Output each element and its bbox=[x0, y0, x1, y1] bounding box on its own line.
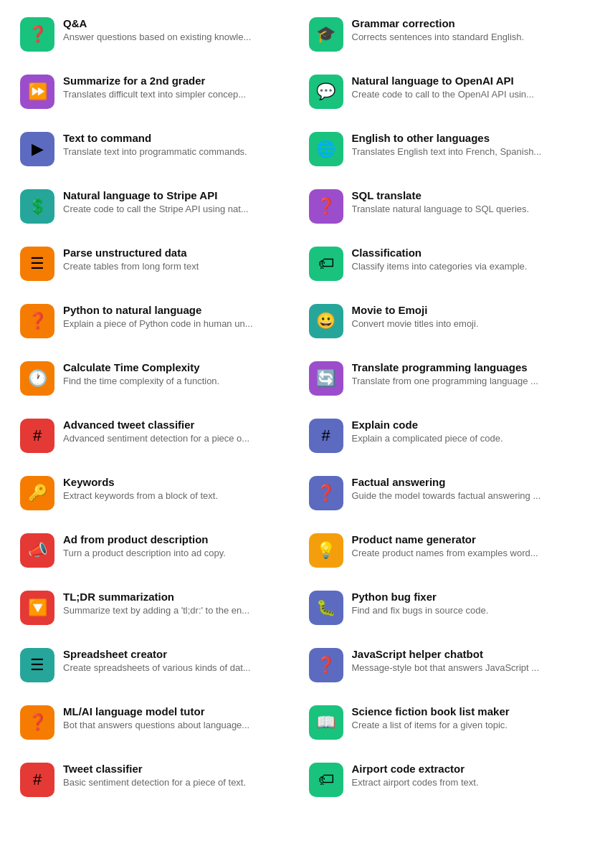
icon-python-bug: 🐛 bbox=[309, 591, 343, 625]
icon-nl-openai: 💬 bbox=[309, 75, 343, 109]
title-nl-openai: Natural language to OpenAI API bbox=[352, 75, 581, 87]
card-tweet-classifier[interactable]: #Tweet classifierBasic sentiment detecti… bbox=[11, 751, 300, 809]
desc-explain-code: Explain a complicated piece of code. bbox=[352, 433, 581, 444]
icon-grammar: 🎓 bbox=[309, 17, 343, 52]
card-tldr[interactable]: 🔽TL;DR summarizationSummarize text by ad… bbox=[11, 579, 300, 636]
card-grid: ❓Q&AAnswer questions based on existing k… bbox=[0, 0, 600, 814]
desc-summarize-2nd: Translates difficult text into simpler c… bbox=[63, 89, 292, 100]
icon-summarize-2nd: ⏩ bbox=[20, 75, 54, 109]
card-ad-product[interactable]: 📣Ad from product descriptionTurn a produ… bbox=[11, 522, 300, 579]
title-js-chatbot: JavaScript helper chatbot bbox=[352, 648, 581, 660]
title-python-bug: Python bug fixer bbox=[352, 591, 581, 603]
icon-ml-tutor: ❓ bbox=[20, 705, 54, 740]
desc-sci-fi: Create a list of items for a given topic… bbox=[352, 720, 581, 730]
title-english-other: English to other languages bbox=[352, 132, 581, 144]
card-movie-emoji[interactable]: 😀Movie to EmojiConvert movie titles into… bbox=[300, 292, 589, 350]
icon-js-chatbot: ❓ bbox=[309, 648, 343, 682]
icon-advanced-tweet: # bbox=[20, 419, 54, 453]
desc-nl-openai: Create code to call to the OpenAI API us… bbox=[352, 89, 581, 100]
icon-translate-lang: 🔄 bbox=[309, 361, 343, 396]
desc-parse-unstructured: Create tables from long form text bbox=[63, 261, 292, 272]
title-tldr: TL;DR summarization bbox=[63, 591, 292, 603]
card-qa[interactable]: ❓Q&AAnswer questions based on existing k… bbox=[11, 6, 300, 63]
icon-sci-fi: 📖 bbox=[309, 705, 343, 740]
title-sci-fi: Science fiction book list maker bbox=[352, 705, 581, 717]
title-summarize-2nd: Summarize for a 2nd grader bbox=[63, 75, 292, 87]
title-factual-answering: Factual answering bbox=[352, 476, 581, 488]
card-sci-fi[interactable]: 📖Science fiction book list makerCreate a… bbox=[300, 694, 589, 751]
icon-ad-product: 📣 bbox=[20, 533, 54, 568]
icon-text-command: ▶ bbox=[20, 132, 54, 166]
title-qa: Q&A bbox=[63, 17, 292, 29]
icon-explain-code: # bbox=[309, 419, 343, 453]
desc-factual-answering: Guide the model towards factual answerin… bbox=[352, 490, 581, 501]
icon-spreadsheet: ☰ bbox=[20, 648, 54, 682]
card-product-name[interactable]: 💡Product name generatorCreate product na… bbox=[300, 522, 589, 579]
card-factual-answering[interactable]: ❓Factual answeringGuide the model toward… bbox=[300, 464, 589, 522]
desc-text-command: Translate text into programmatic command… bbox=[63, 146, 292, 157]
title-grammar: Grammar correction bbox=[352, 17, 581, 29]
card-grammar[interactable]: 🎓Grammar correctionCorrects sentences in… bbox=[300, 6, 589, 63]
icon-airport-code: 🏷 bbox=[309, 763, 343, 797]
card-airport-code[interactable]: 🏷Airport code extractorExtract airport c… bbox=[300, 751, 589, 809]
desc-advanced-tweet: Advanced sentiment detection for a piece… bbox=[63, 433, 292, 444]
card-spreadsheet[interactable]: ☰Spreadsheet creatorCreate spreadsheets … bbox=[11, 636, 300, 694]
icon-qa: ❓ bbox=[20, 17, 54, 52]
desc-sql-translate: Translate natural language to SQL querie… bbox=[352, 204, 581, 214]
card-explain-code[interactable]: #Explain codeExplain a complicated piece… bbox=[300, 407, 589, 464]
desc-product-name: Create product names from examples word.… bbox=[352, 548, 581, 558]
icon-factual-answering: ❓ bbox=[309, 476, 343, 510]
title-airport-code: Airport code extractor bbox=[352, 763, 581, 775]
title-translate-lang: Translate programming languages bbox=[352, 361, 581, 373]
desc-translate-lang: Translate from one programming language … bbox=[352, 376, 581, 386]
title-text-command: Text to command bbox=[63, 132, 292, 144]
title-python-nl: Python to natural language bbox=[63, 304, 292, 316]
title-parse-unstructured: Parse unstructured data bbox=[63, 247, 292, 259]
card-time-complexity[interactable]: 🕐Calculate Time ComplexityFind the time … bbox=[11, 350, 300, 407]
card-keywords[interactable]: 🔑KeywordsExtract keywords from a block o… bbox=[11, 464, 300, 522]
title-explain-code: Explain code bbox=[352, 419, 581, 431]
desc-python-bug: Find and fix bugs in source code. bbox=[352, 605, 581, 616]
icon-movie-emoji: 😀 bbox=[309, 304, 343, 338]
desc-keywords: Extract keywords from a block of text. bbox=[63, 490, 292, 501]
icon-classification: 🏷 bbox=[309, 247, 343, 281]
desc-english-other: Translates English text into French, Spa… bbox=[352, 146, 581, 157]
icon-product-name: 💡 bbox=[309, 533, 343, 568]
card-js-chatbot[interactable]: ❓JavaScript helper chatbotMessage-style … bbox=[300, 636, 589, 694]
icon-time-complexity: 🕐 bbox=[20, 361, 54, 396]
icon-python-nl: ❓ bbox=[20, 304, 54, 338]
title-keywords: Keywords bbox=[63, 476, 292, 488]
desc-ad-product: Turn a product description into ad copy. bbox=[63, 548, 292, 558]
card-parse-unstructured[interactable]: ☰Parse unstructured dataCreate tables fr… bbox=[11, 235, 300, 292]
desc-airport-code: Extract airport codes from text. bbox=[352, 777, 581, 788]
title-sql-translate: SQL translate bbox=[352, 189, 581, 201]
card-python-bug[interactable]: 🐛Python bug fixerFind and fix bugs in so… bbox=[300, 579, 589, 636]
card-python-nl[interactable]: ❓Python to natural languageExplain a pie… bbox=[11, 292, 300, 350]
card-english-other[interactable]: 🌐English to other languagesTranslates En… bbox=[300, 120, 589, 178]
card-translate-lang[interactable]: 🔄Translate programming languagesTranslat… bbox=[300, 350, 589, 407]
title-ad-product: Ad from product description bbox=[63, 533, 292, 545]
card-ml-tutor[interactable]: ❓ML/AI language model tutorBot that answ… bbox=[11, 694, 300, 751]
desc-ml-tutor: Bot that answers questions about languag… bbox=[63, 720, 292, 730]
title-classification: Classification bbox=[352, 247, 581, 259]
desc-tweet-classifier: Basic sentiment detection for a piece of… bbox=[63, 777, 292, 788]
card-sql-translate[interactable]: ❓SQL translateTranslate natural language… bbox=[300, 178, 589, 235]
card-text-command[interactable]: ▶Text to commandTranslate text into prog… bbox=[11, 120, 300, 178]
desc-qa: Answer questions based on existing knowl… bbox=[63, 32, 292, 42]
icon-nl-stripe: 💲 bbox=[20, 189, 54, 224]
icon-keywords: 🔑 bbox=[20, 476, 54, 510]
card-classification[interactable]: 🏷ClassificationClassify items into categ… bbox=[300, 235, 589, 292]
title-time-complexity: Calculate Time Complexity bbox=[63, 361, 292, 373]
title-ml-tutor: ML/AI language model tutor bbox=[63, 705, 292, 717]
icon-sql-translate: ❓ bbox=[309, 189, 343, 224]
card-summarize-2nd[interactable]: ⏩Summarize for a 2nd graderTranslates di… bbox=[11, 63, 300, 120]
desc-time-complexity: Find the time complexity of a function. bbox=[63, 376, 292, 386]
card-advanced-tweet[interactable]: #Advanced tweet classifierAdvanced senti… bbox=[11, 407, 300, 464]
title-nl-stripe: Natural language to Stripe API bbox=[63, 189, 292, 201]
title-advanced-tweet: Advanced tweet classifier bbox=[63, 419, 292, 431]
title-tweet-classifier: Tweet classifier bbox=[63, 763, 292, 775]
title-product-name: Product name generator bbox=[352, 533, 581, 545]
icon-english-other: 🌐 bbox=[309, 132, 343, 166]
card-nl-openai[interactable]: 💬Natural language to OpenAI APICreate co… bbox=[300, 63, 589, 120]
card-nl-stripe[interactable]: 💲Natural language to Stripe APICreate co… bbox=[11, 178, 300, 235]
